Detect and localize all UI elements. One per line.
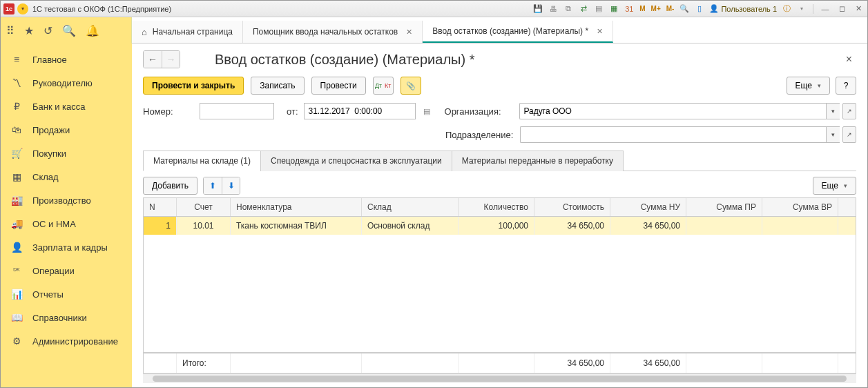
total-cost: 34 650,00: [534, 353, 610, 373]
top-tabs: ⌂ Начальная страница Помощник ввода нача…: [132, 17, 867, 43]
post-button[interactable]: Провести: [311, 77, 366, 95]
search-icon[interactable]: 🔍: [62, 24, 76, 37]
calc-icon[interactable]: ▤: [593, 3, 604, 14]
sidebar-item-salary[interactable]: 👤Зарплата и кадры: [1, 235, 132, 259]
col-vr[interactable]: Сумма ВР: [762, 198, 838, 216]
info-icon[interactable]: ⓘ: [781, 3, 792, 14]
subtab-materials[interactable]: Материалы на складе (1): [143, 151, 261, 171]
apps-icon[interactable]: ⠿: [6, 24, 15, 37]
date-field[interactable]: [304, 103, 416, 119]
copy-icon[interactable]: ⧉: [563, 3, 574, 14]
total-nu: 34 650,00: [610, 353, 686, 373]
org-open-button[interactable]: ↗: [842, 103, 856, 119]
total-label: Итого:: [177, 353, 231, 373]
number-field[interactable]: [200, 103, 274, 119]
subtab-processing[interactable]: Материалы переданные в переработку: [452, 151, 624, 171]
user-label[interactable]: 👤Пользователь 1: [709, 4, 777, 13]
sidebar-item-operations[interactable]: ᴰᴷОперации: [1, 259, 132, 282]
nav-back-button[interactable]: ←: [144, 51, 162, 68]
nav-operations-icon: ᴰᴷ: [10, 266, 23, 275]
date-list-icon[interactable]: ▤: [421, 106, 432, 117]
quickbar: ⠿ ★ ↺ 🔍 🔔: [1, 17, 132, 43]
col-nu[interactable]: Сумма НУ: [610, 198, 686, 216]
sidebar: ≡Главное 〽Руководителю ₽Банк и касса 🛍Пр…: [1, 43, 132, 387]
zoom-icon[interactable]: 🔍: [679, 3, 690, 14]
post-and-close-button[interactable]: Провести и закрыть: [143, 77, 244, 95]
calendar-icon[interactable]: ▦: [608, 3, 619, 14]
document-toolbar: Провести и закрыть Записать Провести ДтК…: [143, 77, 856, 95]
sidebar-item-assets[interactable]: 🚚ОС и НМА: [1, 212, 132, 235]
title-bar: 1c ▾ 1С тестовая с ОКОФ (1С:Предприятие)…: [1, 1, 867, 17]
compare-icon[interactable]: ⇄: [578, 3, 589, 14]
date-icon[interactable]: 31: [624, 3, 635, 14]
tab-helper-close-icon[interactable]: ✕: [406, 28, 412, 37]
nav-forward-button[interactable]: →: [162, 51, 180, 68]
dtkt-button[interactable]: ДтКт: [373, 77, 394, 95]
nav-sales-icon: 🛍: [10, 124, 23, 135]
nav-main-icon: ≡: [10, 54, 23, 65]
org-dropdown-button[interactable]: ▾: [826, 103, 840, 119]
notifications-icon[interactable]: 🔔: [86, 24, 99, 37]
col-cost[interactable]: Стоимость: [534, 198, 610, 216]
table-row[interactable]: 1 10.01 Ткань костюмная ТВИЛ Основной ск…: [144, 217, 856, 235]
close-page-button[interactable]: ×: [842, 52, 856, 67]
info-dd-icon[interactable]: ▾: [796, 3, 807, 14]
tab-entry-label: Ввод остатков (создание) (Материалы) *: [432, 26, 588, 36]
history-icon[interactable]: ↺: [44, 24, 52, 37]
sidebar-item-manager[interactable]: 〽Руководителю: [1, 71, 132, 95]
sidebar-item-bank[interactable]: ₽Банк и касса: [1, 95, 132, 118]
panel-icon[interactable]: ▯: [694, 3, 705, 14]
m-plus-icon[interactable]: M+: [650, 3, 662, 14]
sidebar-item-main[interactable]: ≡Главное: [1, 48, 132, 71]
materials-grid: N Счет Номенклатура Склад Количество Сто…: [143, 197, 856, 374]
move-up-button[interactable]: ⬆: [204, 177, 222, 194]
sidebar-item-purchases[interactable]: 🛒Покупки: [1, 142, 132, 165]
close-window-button[interactable]: ✕: [852, 4, 865, 14]
write-button[interactable]: Записать: [251, 77, 304, 95]
nav-history-buttons: ← →: [143, 50, 180, 68]
tab-entry-close-icon[interactable]: ✕: [597, 27, 603, 36]
col-n[interactable]: N: [144, 198, 177, 216]
sidebar-item-sales[interactable]: 🛍Продажи: [1, 118, 132, 142]
sidebar-item-production[interactable]: 🏭Производство: [1, 188, 132, 212]
dept-field[interactable]: [520, 126, 826, 143]
col-pr[interactable]: Сумма ПР: [686, 198, 762, 216]
attach-button[interactable]: 📎: [401, 77, 421, 95]
sidebar-item-reports[interactable]: 📊Отчеты: [1, 282, 132, 306]
help-button[interactable]: ?: [836, 77, 856, 95]
col-acct[interactable]: Счет: [177, 198, 231, 216]
minimize-button[interactable]: —: [819, 4, 831, 14]
print-icon[interactable]: 🖶: [548, 3, 559, 14]
tab-helper[interactable]: Помощник ввода начальных остатков ✕: [243, 21, 423, 43]
from-label: от:: [287, 106, 298, 117]
favorite-icon[interactable]: ★: [24, 24, 34, 37]
save-icon[interactable]: 💾: [532, 3, 543, 14]
m-icon[interactable]: M: [639, 3, 646, 14]
m-minus-icon[interactable]: M-: [666, 3, 675, 14]
move-down-button[interactable]: ⬇: [222, 177, 240, 194]
more-button[interactable]: Еще: [787, 77, 830, 95]
grid-totals: Итого: 34 650,00 34 650,00: [144, 352, 856, 373]
sidebar-item-catalogs[interactable]: 📖Справочники: [1, 306, 132, 329]
add-row-button[interactable]: Добавить: [143, 177, 197, 195]
maximize-button[interactable]: ◻: [836, 4, 848, 14]
subtab-workwear[interactable]: Спецодежда и спецоснастка в эксплуатации: [260, 151, 452, 171]
tab-entry[interactable]: Ввод остатков (создание) (Материалы) * ✕: [423, 21, 613, 43]
col-nom[interactable]: Номенклатура: [231, 198, 362, 216]
sub-tabs: Материалы на складе (1) Спецодежда и спе…: [143, 150, 856, 171]
tab-home-label: Начальная страница: [153, 27, 233, 37]
dept-dropdown-button[interactable]: ▾: [826, 126, 840, 143]
col-qty[interactable]: Количество: [459, 198, 534, 216]
table-more-button[interactable]: Еще: [813, 177, 856, 195]
sidebar-item-warehouse[interactable]: ▦Склад: [1, 165, 132, 188]
app-menu-dropdown[interactable]: ▾: [17, 3, 28, 14]
org-field[interactable]: [519, 103, 826, 119]
sidebar-item-admin[interactable]: ⚙Администрирование: [1, 329, 132, 353]
window-title: 1С тестовая с ОКОФ (1С:Предприятие): [32, 5, 171, 13]
home-icon: ⌂: [142, 27, 147, 37]
nav-manager-icon: 〽: [10, 77, 23, 88]
tab-home[interactable]: ⌂ Начальная страница: [132, 21, 243, 43]
horizontal-scrollbar[interactable]: [143, 374, 856, 383]
col-wh[interactable]: Склад: [362, 198, 459, 216]
dept-open-button[interactable]: ↗: [842, 126, 856, 143]
